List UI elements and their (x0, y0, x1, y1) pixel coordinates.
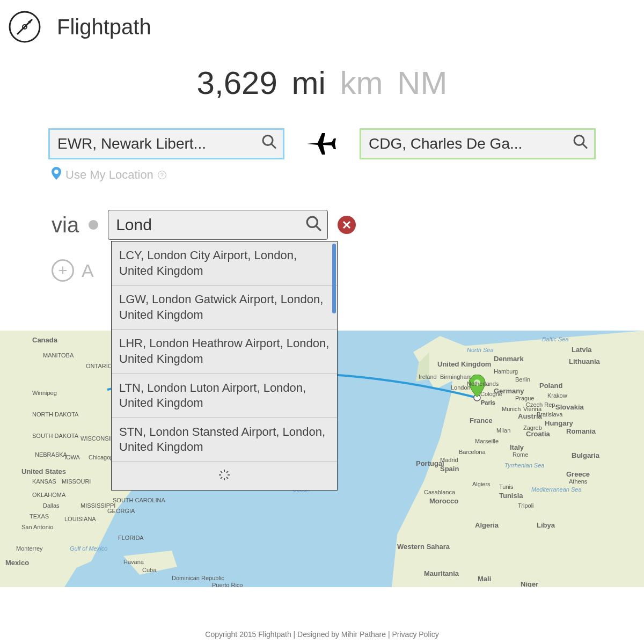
map-label: Winnipeg (32, 390, 57, 396)
map-label: Niger (521, 580, 538, 587)
autocomplete-item[interactable]: LHR, London Heathrow Airport, London, Un… (112, 330, 337, 374)
map-label: Munich (502, 406, 521, 412)
svg-line-17 (221, 471, 222, 473)
map-label: TEXAS (30, 513, 49, 519)
map-label: LOUISIANA (64, 516, 96, 522)
search-icon[interactable] (261, 134, 277, 154)
map-label: Algeria (475, 521, 499, 529)
autocomplete-item[interactable]: LTN, London Luton Airport, London, Unite… (112, 374, 337, 418)
map-label: Netherlands (467, 380, 499, 387)
map-label: Canada (32, 336, 57, 344)
map-label: Rome (513, 451, 528, 458)
map-label: MANITOBA (43, 352, 74, 358)
map-label: ONTARIO (86, 363, 112, 369)
app-header: Flightpath (0, 0, 644, 54)
map-label: NORTH DAKOTA (32, 411, 78, 418)
plane-icon (306, 131, 338, 157)
map-label: San Antonio (21, 524, 53, 530)
map-label: Paris (481, 399, 495, 406)
autocomplete-item[interactable]: LCY, London City Airport, London, United… (112, 241, 337, 286)
map-label: NEBRASKA (35, 451, 67, 458)
unit-nm[interactable]: NM (397, 65, 447, 101)
map-label: Croatia (526, 430, 550, 438)
map-label: Morocco (429, 497, 458, 505)
map-label: Marseille (475, 438, 499, 444)
map-label: Hungary (545, 419, 573, 427)
via-label: via (52, 213, 79, 237)
map-label: Berlin (515, 376, 530, 383)
via-input-wrap (108, 210, 328, 240)
map-label: Birmingham (440, 374, 472, 380)
map-label: Greece (566, 470, 590, 478)
search-icon[interactable] (573, 134, 589, 154)
map-label: Tripoli (518, 502, 534, 509)
map-label: Cologne (480, 391, 502, 397)
app-title: Flightpath (57, 15, 151, 39)
footer-designed-link[interactable]: Designed by Mihir Pathare (297, 630, 386, 639)
map-label: North Sea (467, 347, 494, 353)
distance-value: 3,629 (197, 65, 277, 101)
svg-line-5 (272, 144, 276, 149)
map-label: Hamburg (494, 368, 518, 375)
map-label: Havana (123, 559, 144, 565)
map-label: Mauritania (424, 569, 459, 577)
location-pin-icon (52, 167, 61, 183)
map-label: Zagreb (523, 425, 542, 431)
map-label: Tunis (499, 484, 514, 490)
add-waypoint-label: A (82, 260, 94, 281)
via-input[interactable] (108, 210, 328, 240)
map-label: Latvia (572, 346, 592, 354)
footer-copyright: Copyright 2015 Flightpath (205, 630, 291, 639)
map-label: SOUTH CAROLINA (113, 497, 165, 503)
svg-point-4 (263, 136, 273, 145)
map-label: Western Sahara (397, 543, 450, 551)
map-label: United States (21, 467, 66, 475)
map-label: Ireland (419, 374, 437, 380)
map-label: Mexico (5, 559, 29, 567)
distance-display: 3,629 mi km NM (0, 64, 644, 101)
unit-miles[interactable]: mi (291, 65, 325, 101)
svg-line-18 (226, 477, 228, 479)
map-label: Monterrey (16, 545, 43, 552)
map-label: OKLAHOMA (32, 492, 65, 498)
map-label: Bratislava (537, 411, 562, 418)
svg-point-8 (54, 170, 58, 174)
destination-value: CDG, Charles De Ga... (369, 135, 522, 152)
footer-privacy-link[interactable]: Privacy Policy (392, 630, 439, 639)
route-row: EWR, Newark Libert... CDG, Charles De Ga… (0, 128, 644, 159)
autocomplete-item[interactable]: LGW, London Gatwick Airport, London, Uni… (112, 286, 337, 330)
scrollbar[interactable] (332, 244, 336, 313)
map-label: WISCONSIN (80, 435, 115, 442)
map-label: IOWA (64, 454, 80, 460)
map-label: Mali (478, 575, 491, 583)
map-label: Romania (566, 427, 596, 435)
map-label: Krakow (547, 392, 567, 399)
svg-line-19 (226, 471, 228, 473)
map-label: GEORGIA (107, 508, 135, 514)
map-label: Prague (515, 395, 534, 401)
map-label: France (470, 416, 493, 425)
help-icon[interactable]: ? (158, 171, 166, 179)
map-label: Poland (539, 382, 562, 390)
origin-input[interactable]: EWR, Newark Libert... (48, 128, 284, 159)
autocomplete-loading (112, 462, 337, 490)
search-icon[interactable] (305, 215, 323, 235)
via-row: via LCY, London City Airport, London, Un… (0, 210, 644, 240)
map-label: Bulgaria (572, 451, 599, 459)
map-label: Denmark (494, 355, 524, 363)
map-label: Barcelona (459, 449, 486, 455)
close-icon (342, 221, 351, 229)
map-label: Portugal (416, 459, 444, 467)
map-label: Algiers (472, 481, 491, 487)
map-label: Tunisia (499, 492, 523, 500)
remove-via-button[interactable] (338, 216, 356, 234)
unit-km[interactable]: km (340, 65, 383, 101)
map-label: Gulf of Mexico (70, 545, 107, 552)
svg-line-10 (316, 226, 321, 231)
destination-input[interactable]: CDG, Charles De Ga... (360, 128, 596, 159)
use-my-location-row[interactable]: Use My Location ? (0, 167, 644, 183)
svg-point-6 (574, 136, 584, 145)
map-label: Dallas (43, 502, 60, 509)
map-label: Tyrrhenian Sea (504, 462, 544, 469)
autocomplete-item[interactable]: STN, London Stansted Airport, London, Un… (112, 418, 337, 462)
